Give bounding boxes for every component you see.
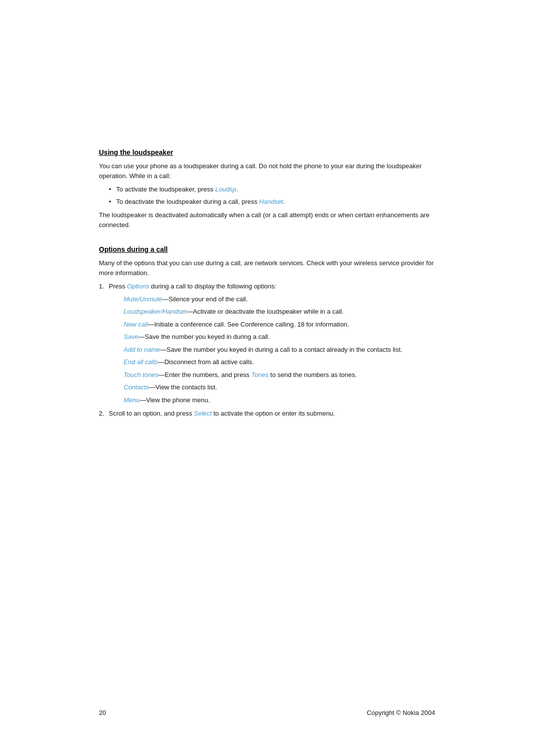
touch-tones-label: Touch tones	[124, 371, 158, 378]
new-call-description: —Initiate a conference call. See Confere…	[148, 321, 349, 328]
numbered-item-1: 1. Press Options during a call to displa…	[99, 282, 435, 405]
loudspeaker-option-label: Loudspeaker	[124, 308, 161, 315]
save-label: Save	[124, 333, 138, 340]
options-title: Options during a call	[99, 245, 435, 253]
options-link: Options	[127, 283, 149, 290]
option-save: Save—Save the number you keyed in during…	[124, 332, 435, 342]
step2-prefix: Scroll to an option, and press	[109, 410, 194, 417]
new-call-label: New call	[124, 321, 148, 328]
options-intro: Many of the options that you can use dur…	[99, 258, 435, 278]
bullet-handset-suffix: .	[283, 198, 285, 205]
loudspeaker-option-description: —Activate or deactivate the loudspeaker …	[186, 308, 344, 315]
page-container: Using the loudspeaker You can use your p…	[0, 0, 534, 756]
options-numbered-list: 1. Press Options during a call to displa…	[99, 282, 435, 419]
step2-suffix: to activate the option or enter its subm…	[212, 410, 335, 417]
bullet-loudsp-suffix: .	[236, 186, 238, 193]
touch-tones-description-prefix: —Enter the numbers, and press	[158, 371, 251, 378]
mute-description: —Silence your end of the call.	[162, 295, 248, 303]
step1-prefix: Press	[109, 283, 127, 290]
add-to-name-description: —Save the number you keyed in during a c…	[160, 346, 402, 353]
option-loudspeaker-handset: Loudspeaker/Handset—Activate or deactiva…	[124, 307, 435, 317]
mute-label: Mute	[124, 295, 138, 303]
contacts-label: Contacts	[124, 383, 149, 391]
save-description: —Save the number you keyed in during a c…	[138, 333, 270, 340]
bullet-item-loudsp: To activate the loudspeaker, press Louds…	[109, 185, 435, 194]
loudspeaker-note: The loudspeaker is deactivated automatic…	[99, 210, 435, 230]
option-add-to-name: Add to name—Save the number you keyed in…	[124, 345, 435, 355]
option-mute-unmute: Mute/Unmute—Silence your end of the call…	[124, 294, 435, 304]
menu-description: —View the phone menu.	[140, 396, 210, 404]
touch-tones-description-suffix: to send the numbers as tones.	[268, 371, 357, 378]
end-all-calls-description: —Disconnect from all active calls.	[158, 358, 254, 366]
loudspeaker-intro: You can use your phone as a loudspeaker …	[99, 161, 435, 181]
contacts-description: —View the contacts list.	[149, 383, 217, 391]
option-new-call: New call—Initiate a conference call. See…	[124, 320, 435, 330]
option-menu: Menu—View the phone menu.	[124, 395, 435, 405]
option-contacts: Contacts—View the contacts list.	[124, 382, 435, 392]
unmute-label: Unmute	[140, 295, 163, 303]
add-to-name-label: Add to name	[124, 346, 160, 353]
number-2: 2.	[99, 409, 104, 419]
step1-suffix: during a call to display the following o…	[149, 283, 276, 290]
option-end-all-calls: End all calls—Disconnect from all active…	[124, 357, 435, 367]
loudspeaker-section: Using the loudspeaker You can use your p…	[99, 148, 435, 230]
page-number: 20	[99, 709, 106, 716]
end-all-calls-label: End all calls	[124, 358, 158, 366]
footer: 20 Copyright © Nokia 2004	[0, 709, 534, 716]
number-1: 1.	[99, 282, 104, 291]
loudsp-link: Loudsp	[215, 186, 236, 193]
bullet-item-handset: To deactivate the loudspeaker during a c…	[109, 197, 435, 207]
content-area: Using the loudspeaker You can use your p…	[0, 0, 534, 484]
menu-label: Menu	[124, 396, 140, 404]
loudspeaker-bullets: To activate the loudspeaker, press Louds…	[99, 185, 435, 206]
select-link: Select	[194, 410, 212, 417]
options-section: Options during a call Many of the option…	[99, 245, 435, 419]
loudspeaker-title: Using the loudspeaker	[99, 148, 435, 156]
tones-link: Tones	[251, 371, 268, 378]
option-touch-tones: Touch tones—Enter the numbers, and press…	[124, 370, 435, 380]
handset-link: Handset	[259, 198, 283, 205]
copyright-text: Copyright © Nokia 2004	[367, 709, 435, 716]
bullet-handset-prefix: To deactivate the loudspeaker during a c…	[116, 198, 259, 205]
bullet-loudsp-prefix: To activate the loudspeaker, press	[116, 186, 215, 193]
numbered-item-2: 2. Scroll to an option, and press Select…	[99, 409, 435, 419]
handset-option-label: Handset	[163, 308, 186, 315]
